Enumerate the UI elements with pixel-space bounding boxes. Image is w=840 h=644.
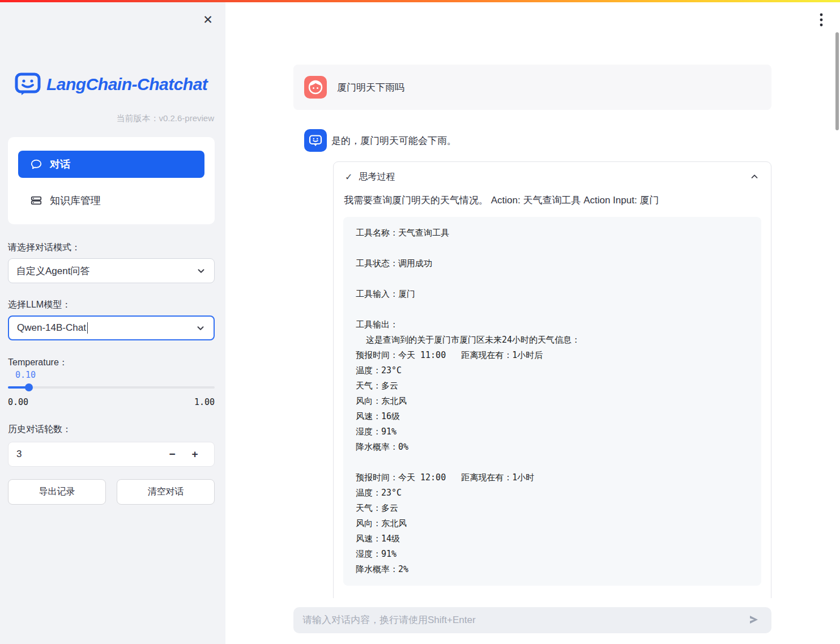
slider-thumb[interactable] — [25, 383, 33, 391]
assistant-bot-icon — [308, 133, 323, 148]
expander-header[interactable]: ✓ 思考过程 — [334, 162, 771, 191]
temperature-slider[interactable] — [8, 386, 215, 389]
decrement-button[interactable]: − — [161, 442, 184, 466]
slider-range: 0.00 1.00 — [8, 397, 215, 407]
sidebar-item-dialogue[interactable]: 对话 — [18, 151, 204, 178]
sidebar-item-label: 知识库管理 — [50, 194, 101, 207]
temperature-value: 0.10 — [15, 370, 36, 380]
text-cursor — [87, 322, 88, 334]
assistant-avatar — [304, 129, 327, 152]
top-decoration-bar — [0, 0, 840, 2]
tool-output-block: 工具名称：天气查询工具 工具状态：调用成功 工具输入：厦门 工具输出： 这是查询… — [343, 217, 761, 586]
main-area: 厦门明天下雨吗 是的，厦门明天可能会下雨。 ✓ 思考过程 — [225, 2, 840, 644]
version-label: 当前版本： — [116, 113, 159, 123]
dialog-mode-label: 请选择对话模式： — [8, 242, 80, 254]
thought-expander: ✓ 思考过程 我需要查询厦门明天的天气情况。 Action: 天气查询工具 Ac… — [333, 161, 771, 609]
chat-icon — [30, 158, 42, 170]
llm-model-label: 选择LLM模型： — [8, 299, 71, 311]
user-face-icon — [308, 79, 323, 95]
send-icon[interactable] — [745, 612, 762, 629]
sidebar-close-icon[interactable]: ✕ — [199, 11, 216, 28]
assistant-message-text: 是的，厦门明天可能会下雨。 — [331, 129, 457, 147]
user-avatar — [304, 76, 327, 99]
dialog-mode-select[interactable]: 自定义Agent问答 — [8, 258, 215, 283]
overflow-menu-icon[interactable] — [813, 10, 830, 29]
temperature-label: Temperature： — [8, 357, 68, 369]
scrollbar-thumb[interactable] — [835, 32, 839, 130]
app-logo: LangChain-Chatchat — [15, 72, 207, 96]
app-title: LangChain-Chatchat — [46, 75, 207, 94]
chevron-up-icon[interactable] — [749, 172, 760, 182]
increment-button[interactable]: + — [184, 442, 206, 466]
check-icon: ✓ — [345, 172, 352, 182]
slider-max: 1.00 — [194, 397, 215, 407]
slider-min: 0.00 — [8, 397, 28, 407]
user-message: 厦门明天下雨吗 — [293, 65, 771, 110]
chat-input-bar — [293, 607, 771, 633]
nav-menu-card: 对话 知识库管理 — [8, 137, 215, 224]
chevron-down-icon — [196, 266, 206, 276]
llm-model-value: Qwen-14B-Chat — [17, 322, 88, 334]
llm-model-select[interactable]: Qwen-14B-Chat — [8, 315, 215, 340]
expander-title: 思考过程 — [359, 171, 743, 183]
history-rounds-value: 3 — [16, 449, 161, 460]
sidebar-actions: 导出记录 清空对话 — [8, 479, 215, 505]
clear-dialogue-button[interactable]: 清空对话 — [117, 479, 215, 505]
sidebar: ✕ LangChain-Chatchat 当前版本：v0.2.6-preview… — [0, 2, 225, 644]
chat-bubble-logo-icon — [15, 72, 41, 96]
version-value: v0.2.6-preview — [159, 113, 214, 123]
sidebar-item-label: 对话 — [50, 157, 70, 171]
sidebar-item-knowledge-base[interactable]: 知识库管理 — [18, 189, 204, 212]
dialog-mode-value: 自定义Agent问答 — [16, 265, 89, 278]
assistant-message: 是的，厦门明天可能会下雨。 — [293, 129, 771, 152]
chevron-down-icon — [195, 323, 206, 333]
agent-thought-text: 我需要查询厦门明天的天气情况。 Action: 天气查询工具 Action In… — [334, 191, 771, 207]
user-message-text: 厦门明天下雨吗 — [337, 81, 404, 94]
knowledge-base-icon — [30, 194, 42, 207]
export-history-button[interactable]: 导出记录 — [8, 479, 106, 505]
history-rounds-label: 历史对话轮数： — [8, 424, 71, 436]
version-text: 当前版本：v0.2.6-preview — [116, 113, 214, 124]
history-rounds-input[interactable]: 3 − + — [8, 442, 215, 467]
chat-input[interactable] — [302, 615, 745, 626]
